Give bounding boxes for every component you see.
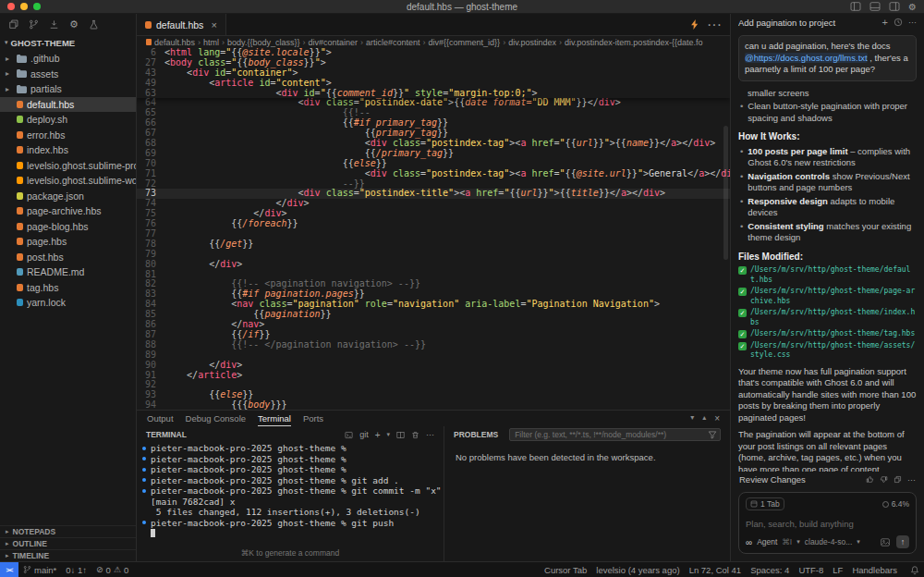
explorer-item-page.hbs[interactable]: page.hbs: [0, 234, 136, 250]
explorer-root[interactable]: ▾ GHOST-THEME: [0, 34, 136, 51]
docs-link[interactable]: @https://docs.ghost.org/llms.txt: [745, 53, 868, 63]
flask-icon[interactable]: [89, 19, 99, 30]
status-lf[interactable]: LF: [828, 562, 847, 577]
status-ln-72-col-41[interactable]: Ln 72, Col 41: [685, 562, 747, 577]
panel-tab-output[interactable]: Output: [147, 411, 174, 426]
code-line[interactable]: 88 {{!-- </pagination navigation> --}}: [137, 340, 730, 350]
explorer-item-levelsio.ghost.sublime-project[interactable]: levelsio.ghost.sublime-project: [0, 158, 136, 174]
breadcrumb-item[interactable]: html: [203, 38, 219, 47]
chevron-down-icon[interactable]: ▾: [690, 413, 694, 424]
code-line[interactable]: 63 <div id="{{comment_id}}" style="margi…: [137, 89, 730, 99]
modified-file-link[interactable]: ✓/Users/m/srv/http/ghost-theme/page-arch…: [738, 287, 917, 306]
explorer-item-assets[interactable]: ▸assets: [0, 67, 136, 82]
status-utf-8[interactable]: UTF-8: [794, 562, 828, 577]
chat-more-icon[interactable]: ···: [908, 18, 917, 27]
code-line[interactable]: 91 </article>: [137, 371, 730, 381]
toggle-primary-sidebar-icon[interactable]: [850, 2, 861, 11]
code-line[interactable]: 94 {{{body}}}: [137, 400, 730, 410]
problems-filter-input[interactable]: [509, 428, 721, 441]
terminal-output[interactable]: pieter-macbook-pro-2025 ghost-theme %pie…: [137, 443, 444, 548]
copy-icon[interactable]: [894, 475, 902, 484]
tab-default-hbs[interactable]: default.hbs ×: [137, 14, 226, 35]
breadcrumb-item[interactable]: div#{{comment_id}}: [429, 38, 501, 47]
chat-prompt-field[interactable]: [746, 514, 909, 531]
code-line[interactable]: 76 {{/foreach}}: [137, 219, 730, 229]
zoom-window-button[interactable]: [33, 3, 41, 10]
mode-chevron-icon[interactable]: ▾: [796, 538, 800, 546]
git-branch-icon[interactable]: [29, 19, 39, 30]
sidebar-section-outline[interactable]: ▸OUTLINE: [0, 537, 136, 549]
download-icon[interactable]: [49, 19, 59, 30]
modified-file-link[interactable]: ✓/Users/m/srv/http/ghost-theme/default.h…: [738, 265, 917, 285]
review-changes-label[interactable]: Review Changes: [739, 474, 806, 485]
editor-more-icon[interactable]: ···: [707, 17, 722, 33]
explorer-item-index.hbs[interactable]: index.hbs: [0, 142, 136, 158]
code-line[interactable]: 71 <div class="postindex-tag"><a href="{…: [137, 169, 730, 179]
explorer-item-yarn.lock[interactable]: yarn.lock: [0, 295, 136, 311]
breadcrumb[interactable]: default.hbs›html›body.{{body_class}}›div…: [137, 36, 730, 48]
terminal-profile-label[interactable]: git: [359, 430, 369, 439]
breadcrumb-item[interactable]: body.{{body_class}}: [227, 38, 299, 47]
scrollbar-thumb[interactable]: [723, 126, 728, 260]
explorer-item-page-archive.hbs[interactable]: page-archive.hbs: [0, 203, 136, 219]
chat-history-icon[interactable]: [894, 18, 903, 27]
terminal-more-icon[interactable]: ···: [426, 430, 434, 439]
explorer-item-tag.hbs[interactable]: tag.hbs: [0, 280, 136, 296]
git-sync-status[interactable]: 0↓ 1↑: [61, 562, 91, 577]
context-tab-chip[interactable]: 1 Tab: [746, 497, 784, 510]
sidebar-section-timeline[interactable]: ▸TIMELINE: [0, 549, 136, 561]
terminal-profile-chevron-icon[interactable]: ▾: [386, 431, 390, 438]
panel-tab-debug-console[interactable]: Debug Console: [186, 411, 247, 426]
copy-files-icon[interactable]: [8, 19, 18, 30]
gear-icon[interactable]: ⚙: [69, 19, 79, 30]
close-panel-icon[interactable]: ×: [714, 413, 720, 424]
model-chevron-icon[interactable]: ▾: [857, 538, 860, 546]
breadcrumb-item[interactable]: div#container: [308, 38, 358, 47]
split-terminal-icon[interactable]: [396, 431, 405, 439]
minimize-window-button[interactable]: [20, 3, 28, 10]
new-chat-icon[interactable]: +: [882, 18, 888, 28]
status-levelsio-4-years-ago[interactable]: levelsio (4 years ago): [591, 562, 684, 577]
maximize-panel-icon[interactable]: ▴: [702, 413, 706, 424]
code-line[interactable]: 80 </div>: [137, 260, 730, 270]
status-spaces-4[interactable]: Spaces: 4: [746, 562, 794, 577]
breadcrumb-item[interactable]: div.postindex-item.postindex-{{date.fo: [565, 38, 702, 47]
breadcrumb-item[interactable]: default.hbs: [154, 38, 195, 47]
modified-file-link[interactable]: ✓/Users/m/srv/http/ghost-theme/tag.hbs: [738, 329, 917, 339]
new-terminal-icon[interactable]: +: [375, 430, 381, 440]
code-line[interactable]: 78 {{/get}}: [137, 239, 730, 250]
context-usage[interactable]: 6.4%: [882, 499, 909, 509]
status-cursor-tab[interactable]: Cursor Tab: [540, 562, 591, 577]
toggle-panel-icon[interactable]: [869, 2, 881, 11]
attach-image-icon[interactable]: [881, 538, 890, 546]
notifications-bell-icon[interactable]: [906, 562, 924, 577]
explorer-item-partials[interactable]: ▸partials: [0, 81, 136, 97]
editor-scrollbar[interactable]: [722, 48, 730, 410]
panel-tab-terminal[interactable]: Terminal: [258, 411, 291, 426]
explorer-item-package.json[interactable]: package.json: [0, 189, 136, 204]
model-selector[interactable]: claude-4-so...: [805, 537, 853, 546]
remote-indicator[interactable]: ><: [0, 562, 18, 577]
panel-tab-ports[interactable]: Ports: [303, 411, 323, 426]
explorer-item-page-blog.hbs[interactable]: page-blog.hbs: [0, 219, 136, 235]
mode-selector[interactable]: Agent: [757, 537, 777, 546]
explorer-item-README.md[interactable]: README.md: [0, 264, 136, 280]
modified-file-link[interactable]: ✓/Users/m/srv/http/ghost-theme/index.hbs: [738, 308, 917, 327]
kill-terminal-icon[interactable]: [411, 431, 419, 439]
chat-prompt-input[interactable]: [746, 519, 909, 529]
code-editor[interactable]: 6<html lang="{{@site.locale}}">27<body c…: [137, 48, 730, 410]
explorer-item-.github[interactable]: ▸.github: [0, 51, 136, 67]
explorer-item-levelsio.ghost.sublime-workspace[interactable]: levelsio.ghost.sublime-workspace: [0, 173, 136, 189]
explorer-item-deploy.sh[interactable]: deploy.sh: [0, 112, 136, 128]
explorer-item-default.hbs[interactable]: default.hbs: [0, 97, 136, 113]
toggle-secondary-sidebar-icon[interactable]: [889, 2, 900, 11]
thumbs-up-icon[interactable]: [866, 475, 874, 484]
problems-status[interactable]: ⊘0 ⚠0: [91, 562, 133, 577]
breadcrumb-item[interactable]: div.postindex: [508, 38, 556, 47]
spark-icon[interactable]: [691, 19, 699, 30]
chat-input-box[interactable]: 1 Tab 6.4% ∞ Agent ⌘I ▾ claude-4-so...: [738, 492, 917, 554]
status-handlebars[interactable]: Handlebars: [847, 562, 902, 577]
git-branch-status[interactable]: main*: [18, 562, 61, 577]
settings-gear-icon[interactable]: ⚙: [908, 2, 917, 12]
explorer-item-post.hbs[interactable]: post.hbs: [0, 250, 136, 265]
